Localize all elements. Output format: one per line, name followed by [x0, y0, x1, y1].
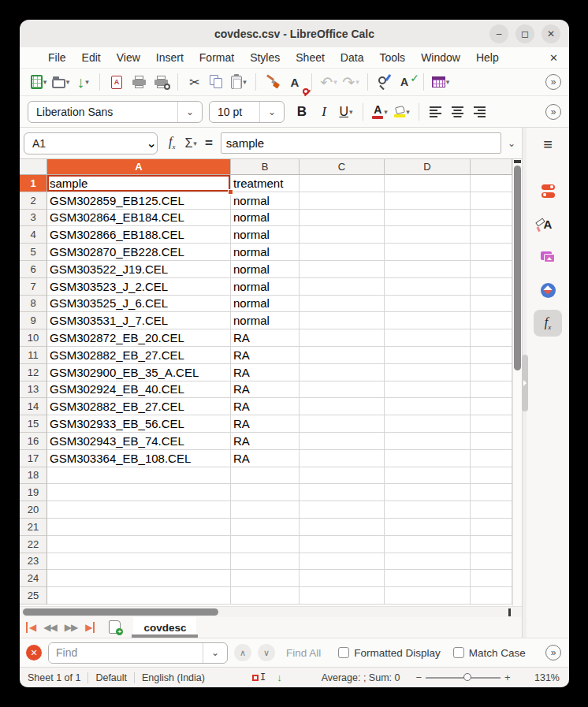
cell-B22[interactable]: [231, 536, 300, 553]
cell-A8[interactable]: GSM303525_J_6.CEL: [47, 296, 231, 313]
open-dropdown[interactable]: ▾: [66, 78, 70, 86]
column-header-B[interactable]: B: [231, 159, 300, 175]
menu-edit[interactable]: Edit: [74, 51, 109, 64]
highlight-dropdown[interactable]: ▾: [406, 108, 410, 116]
cell-B15[interactable]: RA: [231, 415, 300, 433]
align-center-button[interactable]: [448, 101, 467, 123]
font-size-combobox[interactable]: 10 pt ⌄: [209, 101, 285, 123]
formula-button[interactable]: =: [205, 136, 213, 151]
insert-row-column-button[interactable]: ▾: [431, 71, 450, 93]
menu-format[interactable]: Format: [192, 51, 242, 64]
zoom-level[interactable]: 131%: [534, 672, 560, 683]
row-header-1[interactable]: 1: [20, 175, 47, 192]
close-button[interactable]: ✕: [541, 24, 560, 43]
copy-button[interactable]: [207, 71, 226, 93]
sidebar-tab-navigator[interactable]: [534, 277, 562, 303]
cell-D23[interactable]: [385, 553, 471, 571]
fill-handle[interactable]: [228, 189, 233, 195]
undo-dropdown[interactable]: ▾: [333, 78, 337, 86]
autosum-dropdown[interactable]: ▾: [193, 140, 197, 147]
cell-E25[interactable]: [471, 587, 512, 605]
cell-C8[interactable]: [300, 296, 385, 313]
zoom-slider[interactable]: − +: [415, 672, 510, 683]
cell-D3[interactable]: [385, 210, 471, 227]
cell-E9[interactable]: [471, 312, 512, 329]
cell-C21[interactable]: [300, 519, 385, 536]
cell-C3[interactable]: [300, 210, 385, 227]
cell-A22[interactable]: [47, 536, 231, 553]
font-color-dropdown[interactable]: ▾: [384, 108, 388, 116]
cell-D16[interactable]: [385, 433, 471, 450]
page-style[interactable]: Default: [95, 672, 127, 683]
cell-B8[interactable]: normal: [231, 296, 300, 313]
formatting-overflow-button[interactable]: »: [545, 104, 561, 120]
menu-window[interactable]: Window: [413, 51, 468, 64]
row-header-8[interactable]: 8: [20, 296, 47, 313]
sidebar-tab-properties[interactable]: [534, 177, 562, 204]
paste-button[interactable]: ▾: [229, 71, 248, 93]
cell-A2[interactable]: GSM302859_EB125.CEL: [47, 192, 231, 210]
row-header-5[interactable]: 5: [20, 244, 47, 261]
document-modified-icon[interactable]: ↓: [277, 672, 282, 683]
cell-A1[interactable]: sample: [47, 175, 231, 192]
cell-E8[interactable]: [471, 296, 512, 313]
cell-B23[interactable]: [231, 553, 300, 571]
cell-B7[interactable]: normal: [231, 278, 300, 296]
cell-C6[interactable]: [300, 261, 385, 278]
select-all-button[interactable]: [20, 159, 47, 175]
cell-C11[interactable]: [300, 347, 385, 364]
horizontal-scrollbar[interactable]: [20, 606, 522, 617]
find-replace-button[interactable]: [375, 71, 394, 93]
cell-A13[interactable]: GSM302924_EB_40.CEL: [47, 381, 231, 399]
new-button[interactable]: ▾: [29, 71, 48, 93]
menu-data[interactable]: Data: [333, 51, 372, 64]
minimize-button[interactable]: –: [489, 24, 508, 43]
sidebar-tab-functions[interactable]: fx: [534, 310, 562, 337]
horizontal-split-handle[interactable]: [508, 608, 511, 616]
print-button[interactable]: [129, 71, 148, 93]
language-status[interactable]: English (India): [142, 672, 205, 683]
cell-C19[interactable]: [300, 484, 385, 501]
row-header-21[interactable]: 21: [20, 519, 47, 536]
row-header-13[interactable]: 13: [20, 381, 47, 399]
cell-C4[interactable]: [300, 226, 385, 244]
chevron-down-icon[interactable]: ⌄: [203, 647, 227, 658]
cell-D11[interactable]: [385, 347, 471, 364]
row-header-10[interactable]: 10: [20, 329, 47, 347]
cell-D17[interactable]: [385, 450, 471, 467]
save-dropdown[interactable]: ▾: [85, 78, 89, 86]
cell-B20[interactable]: [231, 501, 300, 519]
column-header-C[interactable]: C: [300, 159, 385, 175]
autosum-button[interactable]: Σ: [184, 136, 192, 151]
cell-D1[interactable]: [385, 175, 471, 192]
cell-B4[interactable]: normal: [231, 226, 300, 244]
find-input[interactable]: [49, 643, 203, 663]
close-document-button[interactable]: ✕: [549, 52, 558, 64]
cut-button[interactable]: ✂: [185, 71, 204, 93]
find-all-button[interactable]: Find All: [286, 647, 321, 659]
row-header-4[interactable]: 4: [20, 226, 47, 244]
toolbar-overflow-button[interactable]: »: [545, 74, 561, 90]
cell-E6[interactable]: [471, 261, 512, 278]
formatted-display-checkbox[interactable]: [338, 647, 349, 658]
cell-E12[interactable]: [471, 364, 512, 381]
cell-C23[interactable]: [300, 553, 385, 571]
cell-C25[interactable]: [300, 587, 385, 605]
cell-C7[interactable]: [300, 278, 385, 296]
sidebar-tab-styles[interactable]: A: [534, 210, 562, 237]
menu-styles[interactable]: Styles: [242, 51, 288, 64]
cell-E19[interactable]: [471, 484, 512, 501]
redo-dropdown[interactable]: ▾: [355, 78, 359, 86]
column-header-partial[interactable]: [471, 159, 512, 175]
cell-A17[interactable]: GSM303364_EB_108.CEL: [47, 450, 231, 467]
align-left-button[interactable]: [426, 101, 445, 123]
insert-mode-indicator[interactable]: I: [252, 672, 266, 683]
sidebar-settings-button[interactable]: ≡: [543, 136, 553, 154]
chevron-down-icon[interactable]: ⌄: [178, 106, 202, 117]
cell-C9[interactable]: [300, 312, 385, 329]
cell-D21[interactable]: [385, 519, 471, 536]
sidebar-tab-gallery[interactable]: [534, 244, 562, 270]
menu-insert[interactable]: Insert: [148, 51, 192, 64]
cell-B13[interactable]: RA: [231, 381, 300, 399]
cell-A7[interactable]: GSM303523_J_2.CEL: [47, 278, 231, 296]
